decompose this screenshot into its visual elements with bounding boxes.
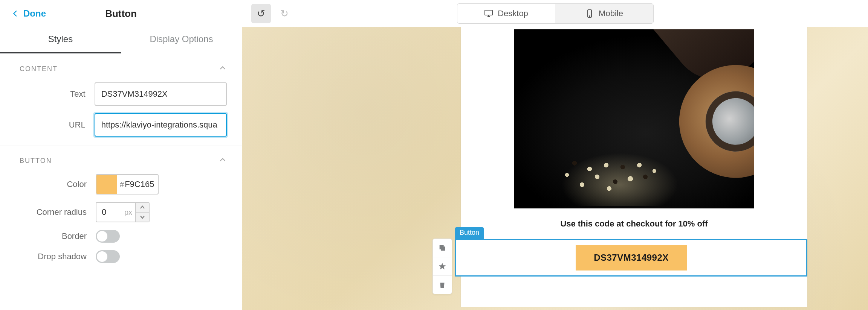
border-toggle[interactable] (96, 230, 120, 243)
done-label: Done (23, 8, 46, 19)
color-hex-value: F9C165 (124, 179, 158, 189)
corner-radius-value: 0 (96, 203, 124, 222)
field-corner-radius: Corner radius 0 px (0, 198, 242, 226)
undo-icon: ↺ (257, 8, 265, 20)
url-input[interactable] (95, 113, 227, 137)
svg-rect-4 (441, 246, 445, 251)
canvas-area: ↺ ↻ Desktop Mobile (242, 0, 868, 310)
device-mobile-label: Mobile (599, 9, 623, 18)
svg-point-2 (589, 16, 590, 17)
chevron-up-icon[interactable] (219, 156, 227, 166)
history-controls: ↺ ↻ (251, 4, 294, 23)
text-input[interactable] (95, 82, 227, 106)
field-drop-shadow: Drop shadow (0, 246, 242, 267)
block-tag: Button (455, 227, 484, 239)
field-color: Color # F9C165 (0, 170, 242, 198)
coupon-button[interactable]: DS37VM314992X (576, 245, 687, 270)
panel-title: Button (105, 8, 137, 20)
canvas-toolbar: ↺ ↻ Desktop Mobile (242, 0, 868, 27)
desktop-icon (484, 9, 493, 18)
color-swatch[interactable] (96, 175, 117, 194)
undo-button[interactable]: ↺ (251, 4, 271, 23)
stepper-up[interactable] (136, 203, 149, 213)
section-content[interactable]: CONTENT (0, 54, 242, 79)
field-url: URL (0, 109, 242, 140)
selected-block: Button DS37VM314992X (455, 227, 807, 277)
device-mobile[interactable]: Mobile (555, 4, 653, 23)
corner-radius-stepper (135, 203, 149, 222)
tab-styles[interactable]: Styles (0, 27, 121, 53)
url-label: URL (0, 120, 95, 130)
text-label: Text (0, 89, 95, 99)
button-block[interactable]: DS37VM314992X (455, 239, 807, 277)
block-tools (432, 239, 452, 294)
chevron-up-icon[interactable] (219, 64, 227, 74)
mobile-icon (585, 9, 594, 18)
svg-rect-0 (485, 10, 492, 15)
device-desktop[interactable]: Desktop (457, 4, 555, 23)
preview-canvas: Use this code at checkout for 10% off Bu… (242, 27, 868, 310)
device-switch: Desktop Mobile (457, 3, 654, 24)
arrow-left-icon (11, 9, 20, 18)
border-label: Border (0, 231, 96, 241)
drop-shadow-label: Drop shadow (0, 252, 96, 261)
color-label: Color (0, 179, 96, 189)
redo-button[interactable]: ↻ (275, 4, 294, 23)
duplicate-button[interactable] (433, 239, 452, 257)
trash-icon (438, 281, 446, 289)
color-input[interactable]: # F9C165 (96, 174, 159, 195)
redo-icon: ↻ (280, 8, 289, 20)
done-button[interactable]: Done (11, 0, 46, 27)
corner-radius-label: Corner radius (0, 207, 96, 217)
section-button-title: BUTTON (20, 157, 52, 165)
editor-panel: Done Button Styles Display Options CONTE… (0, 0, 242, 310)
hash-symbol: # (117, 180, 124, 189)
section-button[interactable]: BUTTON (0, 146, 242, 170)
corner-radius-unit: px (124, 203, 135, 222)
field-border: Border (0, 226, 242, 246)
panel-tabs: Styles Display Options (0, 27, 242, 54)
panel-header: Done Button (0, 0, 242, 27)
section-content-title: CONTENT (20, 65, 58, 73)
corner-radius-input[interactable]: 0 px (96, 202, 150, 222)
field-text: Text (0, 79, 242, 109)
drop-shadow-toggle[interactable] (96, 250, 120, 263)
device-desktop-label: Desktop (498, 9, 528, 18)
stepper-down[interactable] (136, 213, 149, 222)
star-icon (438, 262, 446, 270)
duplicate-icon (438, 244, 446, 252)
tab-display-options[interactable]: Display Options (121, 27, 242, 53)
product-image (514, 29, 754, 208)
delete-button[interactable] (433, 275, 452, 294)
favorite-button[interactable] (433, 257, 452, 275)
